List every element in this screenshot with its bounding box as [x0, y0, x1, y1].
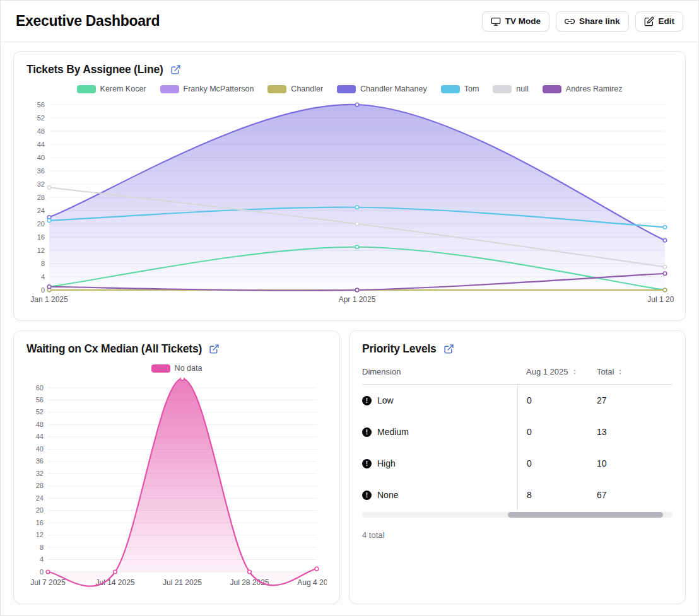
cell-value: 0: [517, 385, 588, 416]
tv-icon: [491, 16, 501, 26]
dimension-label: None: [377, 490, 398, 500]
external-link-icon[interactable]: [170, 64, 181, 75]
legend-item[interactable]: Kerem Kocer: [77, 84, 146, 93]
horizontal-scrollbar[interactable]: [362, 512, 673, 518]
scrollbar-thumb[interactable]: [508, 512, 663, 518]
svg-text:56: 56: [37, 101, 45, 108]
svg-text:40: 40: [37, 154, 45, 161]
table-row[interactable]: Medium 0 13: [362, 416, 673, 448]
svg-text:Jul 21 2025: Jul 21 2025: [163, 578, 202, 587]
sort-icon: [616, 368, 624, 376]
svg-text:48: 48: [37, 127, 45, 135]
tickets-chart-legend: Kerem KocerFranky McPattersonChandlerCha…: [26, 84, 673, 93]
svg-text:Jul 1 2025: Jul 1 2025: [647, 295, 674, 304]
legend-item[interactable]: Franky McPatterson: [160, 84, 254, 93]
cell-value: 13: [588, 427, 673, 437]
svg-text:24: 24: [37, 207, 45, 214]
column-header-dimension[interactable]: Dimension: [362, 367, 517, 376]
svg-text:0: 0: [41, 286, 45, 294]
svg-text:28: 28: [36, 482, 44, 489]
waiting-line-chart: 04812162024283236404448525660Jul 7 2025J…: [26, 378, 327, 590]
share-link-label: Share link: [579, 16, 620, 26]
legend-item[interactable]: Tom: [441, 84, 479, 93]
svg-text:40: 40: [36, 445, 44, 453]
table-header-row: Dimension Aug 1 2025 Total: [362, 367, 673, 385]
svg-text:36: 36: [36, 457, 44, 465]
table-row[interactable]: None 8 67: [362, 479, 673, 511]
waiting-on-cx-card: Waiting on Cx Median (All Tickets) No da…: [13, 330, 340, 604]
tickets-by-assignee-card: Tickets By Assignee (Line) Kerem KocerFr…: [13, 51, 686, 321]
svg-text:56: 56: [36, 396, 44, 404]
legend-label: null: [516, 84, 528, 93]
svg-text:28: 28: [37, 194, 45, 201]
cell-value: 8: [517, 479, 588, 511]
edit-button[interactable]: Edit: [635, 11, 684, 32]
edit-label: Edit: [659, 16, 675, 26]
link-icon: [565, 16, 575, 26]
external-link-icon[interactable]: [443, 344, 454, 354]
tv-mode-label: TV Mode: [505, 16, 541, 26]
external-link-icon[interactable]: [209, 344, 220, 354]
table-row[interactable]: Low 0 27: [362, 385, 673, 416]
cell-value: 10: [588, 458, 673, 468]
svg-text:20: 20: [36, 506, 44, 514]
top-bar: Executive Dashboard TV Mode Share link E…: [1, 1, 698, 42]
legend-swatch: [543, 85, 561, 93]
svg-text:0: 0: [40, 568, 44, 576]
svg-text:8: 8: [41, 260, 45, 267]
tickets-card-title: Tickets By Assignee (Line): [26, 63, 163, 76]
legend-item[interactable]: Chandler Mahaney: [337, 84, 427, 93]
svg-text:24: 24: [36, 494, 44, 502]
legend-label: Chandler Mahaney: [360, 84, 427, 93]
legend-label: Chandler: [291, 84, 323, 93]
legend-swatch: [267, 85, 286, 93]
svg-text:60: 60: [36, 384, 44, 392]
svg-text:44: 44: [36, 433, 44, 440]
legend-item[interactable]: null: [493, 84, 528, 93]
dashboard-body: Tickets By Assignee (Line) Kerem KocerFr…: [1, 42, 698, 613]
column-header-aug-1-2025[interactable]: Aug 1 2025: [517, 367, 588, 376]
share-link-button[interactable]: Share link: [556, 11, 629, 32]
legend-item[interactable]: Andres Ramirez: [543, 84, 623, 93]
svg-text:44: 44: [37, 141, 45, 148]
legend-label: Andres Ramirez: [566, 84, 623, 93]
svg-text:48: 48: [36, 421, 44, 428]
legend-item[interactable]: Chandler: [267, 84, 323, 93]
info-icon: [362, 396, 372, 405]
tickets-line-chart: 048121620242832364044485256Jan 1 2025Apr…: [26, 98, 674, 306]
dimension-label: Medium: [377, 427, 409, 437]
legend-label: Kerem Kocer: [100, 84, 146, 93]
edit-icon: [644, 16, 654, 26]
table-body: Low 0 27 Medium 0 13 High 0 10: [362, 385, 673, 511]
priority-levels-card: Priority Levels Dimension Aug 1 2025 Tot…: [349, 330, 686, 604]
svg-text:52: 52: [36, 408, 44, 416]
svg-text:4: 4: [40, 555, 44, 563]
svg-text:8: 8: [40, 543, 44, 551]
dimension-label: Low: [377, 395, 394, 405]
svg-text:16: 16: [37, 233, 45, 241]
svg-text:Jan 1 2025: Jan 1 2025: [30, 295, 68, 304]
cell-value: 0: [517, 416, 588, 448]
svg-text:32: 32: [36, 470, 44, 477]
legend-item[interactable]: No data: [151, 364, 203, 373]
waiting-chart-area: 04812162024283236404448525660Jul 7 2025J…: [26, 378, 327, 592]
svg-text:Apr 1 2025: Apr 1 2025: [339, 295, 376, 304]
svg-text:52: 52: [37, 114, 45, 122]
info-icon: [362, 491, 372, 500]
topbar-actions: TV Mode Share link Edit: [482, 11, 683, 32]
cell-value: 27: [588, 395, 673, 405]
svg-text:16: 16: [36, 519, 44, 526]
svg-text:12: 12: [36, 531, 44, 538]
legend-swatch: [151, 364, 170, 373]
legend-swatch: [441, 85, 460, 93]
priority-card-title: Priority Levels: [362, 342, 437, 356]
cell-value: 0: [517, 448, 588, 479]
tv-mode-button[interactable]: TV Mode: [482, 11, 549, 32]
column-header-total[interactable]: Total: [588, 367, 673, 376]
table-row[interactable]: High 0 10: [362, 448, 673, 479]
legend-label: Franky McPatterson: [184, 84, 254, 93]
legend-label: Tom: [464, 84, 479, 93]
priority-table: Dimension Aug 1 2025 Total Low: [362, 367, 673, 518]
table-total: 4 total: [362, 530, 673, 540]
page-title: Executive Dashboard: [16, 13, 160, 30]
